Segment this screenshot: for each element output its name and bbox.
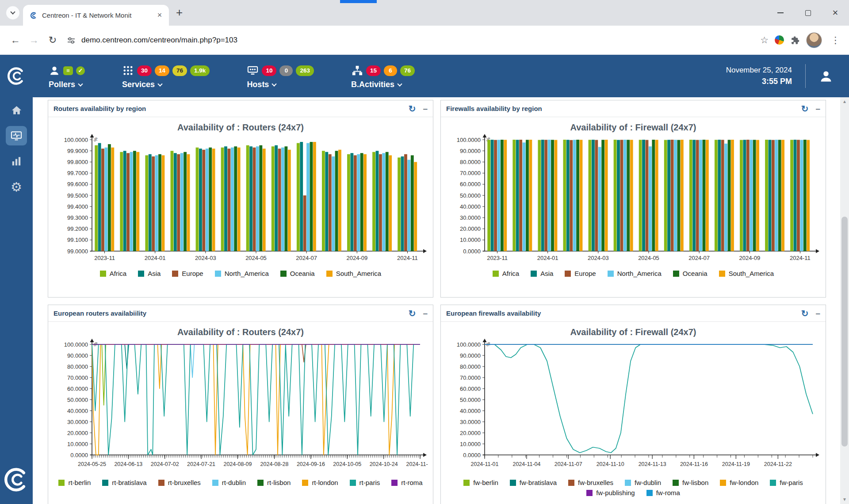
svg-text:99.8000: 99.8000	[67, 159, 88, 165]
bookmark-star-icon[interactable]: ☆	[760, 35, 769, 46]
site-info-icon[interactable]	[66, 35, 76, 45]
svg-text:99.2000: 99.2000	[67, 225, 88, 232]
legend-label: fw-paris	[780, 479, 803, 486]
services-ok-badge[interactable]: 1.9k	[190, 65, 210, 76]
hosts-down-badge[interactable]: 10	[262, 65, 276, 76]
bactivities-menu[interactable]: 15 6 76 B.Activities	[351, 63, 415, 89]
reload-button[interactable]: ↻	[43, 31, 62, 50]
browser-menu-button[interactable]: ⋮	[828, 35, 843, 46]
legend-swatch	[350, 480, 356, 486]
top-blue-indicator	[340, 0, 377, 3]
scroll-up-button[interactable]: ▲	[842, 97, 847, 105]
svg-text:40.0000: 40.0000	[460, 408, 481, 414]
svg-text:60.0000: 60.0000	[67, 386, 88, 392]
legend-swatch	[158, 480, 164, 486]
svg-text:2024-11-22: 2024-11-22	[764, 461, 792, 467]
sidebar-item-reporting[interactable]	[6, 152, 27, 171]
hosts-up-badge[interactable]: 263	[296, 65, 314, 76]
tab-search-button[interactable]	[6, 6, 19, 19]
svg-text:40.0000: 40.0000	[67, 408, 88, 414]
svg-text:10.0000: 10.0000	[67, 441, 88, 447]
back-button[interactable]: ←	[6, 31, 25, 50]
refresh-icon[interactable]: ↻	[801, 309, 809, 318]
bam-warning-badge[interactable]: 6	[384, 65, 397, 76]
new-tab-button[interactable]: +	[176, 6, 183, 19]
legend-label: rt-roma	[401, 479, 422, 486]
tab-strip: Centreon - IT & Network Monit × + ×	[0, 0, 849, 26]
refresh-icon[interactable]: ↻	[409, 104, 416, 113]
window-maximize-button[interactable]	[794, 0, 822, 26]
chevron-down-icon	[78, 81, 83, 86]
availability-chart[interactable]: 0.000010.000020.000030.000040.000050.000…	[446, 338, 821, 475]
svg-text:30.0000: 30.0000	[460, 214, 481, 221]
scrollbar-thumb[interactable]	[841, 217, 848, 447]
legend-item: fw-dublin	[625, 479, 661, 486]
scroll-down-button[interactable]: ▼	[842, 495, 847, 503]
svg-text:2024-07: 2024-07	[688, 255, 710, 261]
profile-avatar[interactable]	[806, 32, 822, 48]
panel-firewalls-by-region: Firewalls availability by region ↻ – Ava…	[440, 100, 826, 298]
window-close-button[interactable]: ×	[822, 0, 849, 26]
legend-swatch	[302, 480, 308, 486]
collapse-icon[interactable]: –	[815, 309, 820, 317]
svg-text:2024-03: 2024-03	[588, 255, 609, 261]
centreon-logo[interactable]	[6, 55, 27, 97]
chart-legend: fw-berlinfw-bratislavafw-bruxellesfw-dub…	[450, 479, 817, 496]
services-label: Services	[122, 80, 155, 89]
refresh-icon[interactable]: ↻	[409, 309, 416, 318]
svg-text:2024-07: 2024-07	[296, 255, 317, 261]
services-critical-badge[interactable]: 30	[137, 65, 152, 76]
svg-text:2024-11-16: 2024-11-16	[680, 461, 708, 467]
legend-item: Africa	[493, 270, 519, 277]
url-text[interactable]: demo.centreon.com/centreon/main.php?p=10…	[81, 36, 237, 45]
tab-close-button[interactable]: ×	[155, 11, 164, 20]
legend-swatch	[673, 480, 679, 486]
svg-text:2024-11-07: 2024-11-07	[555, 461, 582, 467]
svg-text:50.0000: 50.0000	[67, 397, 88, 403]
services-menu[interactable]: 30 14 76 1.9k Services	[122, 63, 210, 89]
chart-title: Availability of : Firewall (24x7)	[570, 122, 696, 133]
panel-european-firewalls: European firewalls availability ↻ – Avai…	[440, 305, 826, 504]
services-unknown-badge[interactable]: 76	[172, 65, 187, 76]
hosts-menu[interactable]: 10 0 263 Hosts	[247, 63, 314, 89]
bam-critical-badge[interactable]: 15	[366, 65, 381, 76]
legend-label: Asia	[148, 270, 161, 277]
window-minimize-button[interactable]	[767, 0, 794, 26]
availability-chart[interactable]: 0.000010.000020.000030.000040.000050.000…	[53, 338, 428, 475]
browser-tab[interactable]: Centreon - IT & Network Monit ×	[23, 5, 169, 26]
availability-chart[interactable]: 0.000010.000020.000030.000040.000050.000…	[446, 134, 821, 266]
colorful-extension-icon[interactable]	[775, 35, 784, 45]
collapse-icon[interactable]: –	[423, 104, 428, 113]
svg-text:2024-05: 2024-05	[638, 255, 659, 261]
legend-label: Oceania	[290, 270, 315, 277]
refresh-icon[interactable]: ↻	[801, 104, 809, 113]
collapse-icon[interactable]: –	[423, 309, 428, 317]
sidebar-item-monitoring[interactable]	[6, 126, 27, 145]
svg-text:20.0000: 20.0000	[67, 430, 88, 436]
panel-title: Firewalls availability by region	[446, 105, 542, 112]
user-menu-button[interactable]	[819, 69, 833, 83]
svg-text:2024-06-13: 2024-06-13	[114, 461, 142, 467]
sidebar-item-home[interactable]	[6, 100, 27, 120]
legend-swatch	[673, 271, 679, 277]
collapse-icon[interactable]: –	[815, 104, 820, 113]
bam-ok-badge[interactable]: 76	[400, 65, 415, 76]
availability-chart[interactable]: 99.000099.100099.200099.300099.400099.50…	[53, 134, 428, 266]
chart-title: Availability of : Routers (24x7)	[177, 122, 304, 133]
pollers-menu[interactable]: ≡ ✓ Pollers	[49, 63, 85, 89]
legend-label: rt-paris	[359, 479, 380, 486]
svg-text:2024-05-25: 2024-05-25	[78, 461, 106, 467]
sidebar-item-configuration[interactable]: ⚙	[6, 177, 27, 197]
legend-label: Oceania	[683, 270, 708, 277]
legend-item: fw-roma	[646, 489, 680, 496]
forward-button[interactable]: →	[25, 31, 43, 50]
services-warning-badge[interactable]: 14	[155, 65, 169, 76]
legend-label: rt-london	[312, 479, 338, 486]
legend-swatch	[608, 271, 614, 277]
hosts-unreachable-badge[interactable]: 0	[279, 65, 293, 76]
legend-item: rt-bratislava	[102, 479, 146, 486]
legend-label: Europe	[574, 270, 596, 277]
address-bar[interactable]: demo.centreon.com/centreon/main.php?p=10…	[66, 30, 756, 50]
scrollbar-track[interactable]: ▲ ▼	[840, 97, 849, 504]
extensions-puzzle-icon[interactable]	[790, 35, 800, 45]
